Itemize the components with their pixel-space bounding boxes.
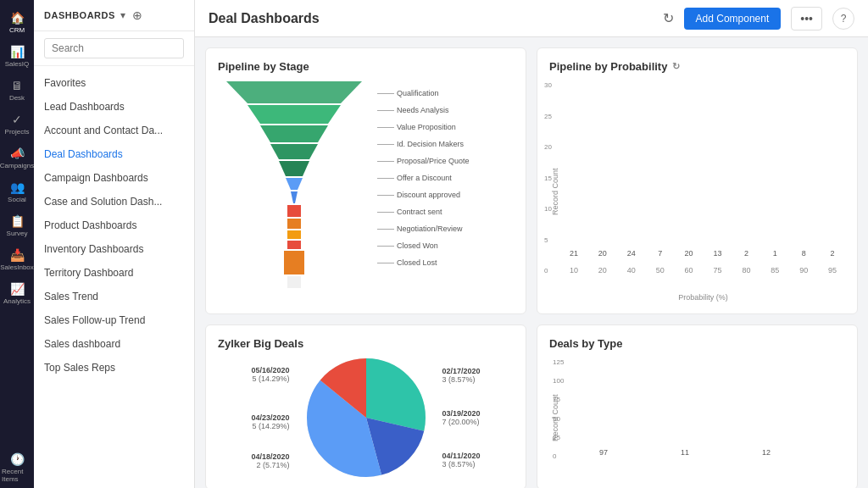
social-icon: 👥 [10,180,25,194]
sidebar-item-salesfollowup[interactable]: Sales Follow-up Trend [34,308,194,332]
svg-marker-0 [226,81,362,103]
help-button[interactable]: ? [832,8,854,30]
zylker-title: Zylker Big Deals [218,337,514,350]
nav-survey[interactable]: 📋 Survey [2,210,32,241]
pipeline-by-probability-title: Pipeline by Probability ↻ [549,60,845,73]
recent-icon: 🕐 [10,452,25,466]
campaigns-icon: 📣 [10,147,25,160]
svg-rect-10 [287,241,301,249]
refresh-button[interactable]: ↻ [663,10,674,26]
sidebar-item-salestrend[interactable]: Sales Trend [34,285,194,308]
funnel-label-6: Discount approved [377,186,514,203]
funnel-label-7: Contract sent [377,203,514,220]
survey-icon: 📋 [10,214,25,228]
nav-salesinbox[interactable]: 📥 SalesInbox [2,244,32,274]
pie-container: 05/16/2020 5 (14.29%) 04/23/2020 5 (14.2… [218,358,514,477]
refresh-small-icon[interactable]: ↻ [672,61,680,72]
nav-campaigns[interactable]: 📣 Campaigns [2,142,32,173]
pipeline-by-probability-card: Pipeline by Probability ↻ Record Count 3… [537,47,858,314]
nav-analytics[interactable]: 📈 Analytics [2,278,32,308]
funnel-label-8: Negotiation/Review [377,220,514,237]
pie-labels-right: 02/17/2020 3 (8.57%) 03/19/2020 7 (20.00… [442,367,481,469]
deals-bar-2: 11 [651,448,719,460]
y-axis-label: Record Count [549,81,561,302]
bar-75: 13 75 [705,249,731,274]
svg-marker-2 [260,125,328,142]
sidebar-item-deal[interactable]: Deal Dashboards [34,142,194,166]
sidebar-dropdown-icon[interactable]: ▾ [120,9,125,21]
funnel-line-9 [377,246,394,247]
salesiq-icon: 📊 [10,45,25,58]
bar-90: 8 90 [791,249,816,274]
sidebar-title: DASHBOARDS [44,10,115,20]
nav-social-label: Social [8,196,26,203]
nav-salesiq[interactable]: 📊 SalesIQ [2,41,32,71]
bar-85: 1 85 [762,249,787,274]
svg-rect-9 [287,230,301,239]
nav-projects[interactable]: ✓ Projects [2,108,32,139]
svg-marker-3 [270,144,318,159]
pipeline-by-stage-card: Pipeline by Stage [205,47,526,314]
pie-label-spacer [251,390,289,407]
svg-marker-1 [248,105,341,124]
svg-marker-4 [279,161,309,176]
icon-navigation: 🏠 CRM 📊 SalesIQ 🖥 Desk ✓ Projects 📣 Camp… [0,0,34,488]
nav-desk[interactable]: 🖥 Desk [2,75,32,105]
sidebar-item-salesdash[interactable]: Sales dashboard [34,332,194,356]
nav-recent-label: Recent Items [2,468,32,483]
funnel-line-8 [377,229,394,230]
sidebar-item-topsales[interactable]: Top Sales Reps [34,356,194,380]
funnel-line-7 [377,212,394,213]
deals-by-type-card: Deals by Type Record Count 125 100 75 50 [537,324,858,488]
svg-rect-12 [287,276,301,288]
funnel-line-1 [377,110,394,111]
pie-right-spacer2 [442,433,481,445]
nav-salesinbox-label: SalesInbox [0,263,34,271]
add-component-button[interactable]: Add Component [684,8,782,30]
sidebar-item-territory[interactable]: Territory Dashboard [34,261,194,285]
nav-campaigns-label: Campaigns [0,162,34,169]
salesinbox-icon: 📥 [10,248,25,262]
sidebar-add-icon[interactable]: ⊕ [132,8,142,22]
sidebar-item-account[interactable]: Account and Contact Da... [34,119,194,142]
deals-bar-1: 97 [570,448,637,460]
deals-bar-3: 12 [732,448,800,460]
sidebar-item-inventory[interactable]: Inventory Dashboards [34,237,194,261]
sidebar-header: DASHBOARDS ▾ ⊕ [34,0,194,31]
svg-rect-11 [284,251,304,274]
deals-chart-inner: 125 100 75 50 25 0 97 [561,358,845,477]
svg-rect-7 [287,205,301,217]
funnel-svg [218,81,370,302]
analytics-icon: 📈 [10,282,25,296]
svg-marker-5 [286,178,303,190]
nav-analytics-label: Analytics [3,297,31,305]
content-area: Pipeline by Stage [195,37,868,488]
deals-y-ticks: 125 100 75 50 25 0 [553,358,564,460]
sidebar-item-campaign[interactable]: Campaign Dashboards [34,166,194,190]
funnel-container: Qualification Needs Analysis Value Propo… [218,81,514,302]
x-axis-title: Probability (%) [561,293,845,302]
pie-label-05162020: 05/16/2020 5 (14.29%) [251,366,289,383]
nav-social[interactable]: 👥 Social [2,176,32,207]
sidebar-item-case[interactable]: Case and Solution Dash... [34,190,194,214]
pie-label-spacer2 [251,437,289,446]
bar-95: 2 95 [820,249,845,274]
svg-marker-6 [291,191,298,203]
search-input[interactable] [44,38,184,58]
help-icon: ? [841,13,847,25]
sidebar-item-lead[interactable]: Lead Dashboards [34,95,194,119]
deals-bars-area: 125 100 75 50 25 0 97 [561,358,845,477]
sidebar-item-favorites[interactable]: Favorites [34,71,194,95]
more-options-button[interactable]: ••• [791,7,822,30]
pie-label-02172020: 02/17/2020 3 (8.57%) [442,367,481,384]
nav-recent[interactable]: 🕐 Recent Items [2,452,32,483]
topbar: Deal Dashboards ↻ Add Component ••• ? [195,0,868,37]
nav-crm[interactable]: 🏠 CRM [2,7,32,37]
funnel-line-4 [377,161,394,162]
sidebar-item-product[interactable]: Product Dashboards [34,214,194,237]
pie-label-04182020: 04/18/2020 2 (5.71%) [251,452,289,469]
pie-svg [307,358,426,477]
funnel-line-5 [377,178,394,179]
funnel-label-0: Qualification [377,85,514,102]
bar-chart-wrapper: Record Count 30 25 20 15 10 5 [549,81,845,302]
